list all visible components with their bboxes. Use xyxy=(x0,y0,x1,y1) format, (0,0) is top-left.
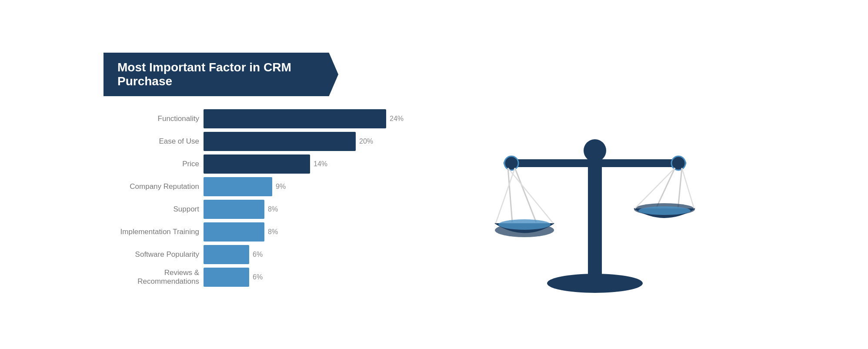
chart-title: Most Important Factor in CRM Purchase xyxy=(103,53,338,96)
svg-rect-3 xyxy=(504,159,686,167)
bar-wrap: 14% xyxy=(204,154,327,174)
svg-point-5 xyxy=(671,156,685,170)
bar-fill xyxy=(204,154,310,174)
bar-wrap: 8% xyxy=(204,200,278,219)
bar-fill xyxy=(204,132,356,151)
svg-line-17 xyxy=(682,168,694,208)
svg-point-9 xyxy=(498,219,551,230)
bar-label: Reviews & Recommendations xyxy=(103,268,199,286)
svg-point-4 xyxy=(504,156,518,170)
bar-fill xyxy=(204,177,272,196)
bar-label: Company Reputation xyxy=(103,182,199,191)
bar-label: Price xyxy=(103,160,199,168)
svg-line-16 xyxy=(635,168,675,208)
bar-percentage: 8% xyxy=(268,228,278,236)
bar-wrap: 6% xyxy=(204,268,263,287)
bar-percentage: 6% xyxy=(253,251,263,258)
bar-wrap: 6% xyxy=(204,245,263,264)
bar-percentage: 20% xyxy=(359,138,373,145)
bar-fill xyxy=(204,200,264,219)
bar-wrap: 9% xyxy=(204,177,286,196)
bar-row: Company Reputation9% xyxy=(103,177,408,196)
bar-wrap: 8% xyxy=(204,222,278,242)
bar-wrap: 24% xyxy=(204,109,404,128)
bar-label: Support xyxy=(103,205,199,214)
bar-percentage: 24% xyxy=(390,115,404,123)
bar-label: Implementation Training xyxy=(103,228,199,236)
right-panel xyxy=(425,53,765,296)
bar-fill xyxy=(204,245,249,264)
bar-label: Software Popularity xyxy=(103,250,199,259)
svg-rect-1 xyxy=(588,157,602,283)
bar-fill xyxy=(204,268,249,287)
left-panel: Most Important Factor in CRM Purchase Fu… xyxy=(103,53,408,287)
bar-row: Software Popularity6% xyxy=(103,245,408,264)
bar-label: Functionality xyxy=(103,114,199,123)
bar-percentage: 9% xyxy=(276,183,286,191)
bar-fill xyxy=(204,109,386,128)
bar-row: Support8% xyxy=(103,200,408,219)
bar-row: Price14% xyxy=(103,154,408,174)
svg-point-2 xyxy=(584,139,606,162)
bar-label: Ease of Use xyxy=(103,137,199,146)
bar-row: Functionality24% xyxy=(103,109,408,128)
svg-point-13 xyxy=(638,206,691,215)
bar-wrap: 20% xyxy=(204,132,373,151)
bar-fill xyxy=(204,222,264,242)
bar-percentage: 8% xyxy=(268,205,278,213)
bar-row: Reviews & Recommendations6% xyxy=(103,268,408,287)
scale-illustration xyxy=(473,70,717,296)
bar-row: Implementation Training8% xyxy=(103,222,408,242)
svg-line-15 xyxy=(508,168,553,223)
bar-row: Ease of Use20% xyxy=(103,132,408,151)
bar-percentage: 14% xyxy=(314,160,327,168)
svg-line-6 xyxy=(515,168,536,222)
bar-chart: Functionality24%Ease of Use20%Price14%Co… xyxy=(103,109,408,287)
bar-percentage: 6% xyxy=(253,273,263,281)
main-container: Most Important Factor in CRM Purchase Fu… xyxy=(103,53,765,296)
